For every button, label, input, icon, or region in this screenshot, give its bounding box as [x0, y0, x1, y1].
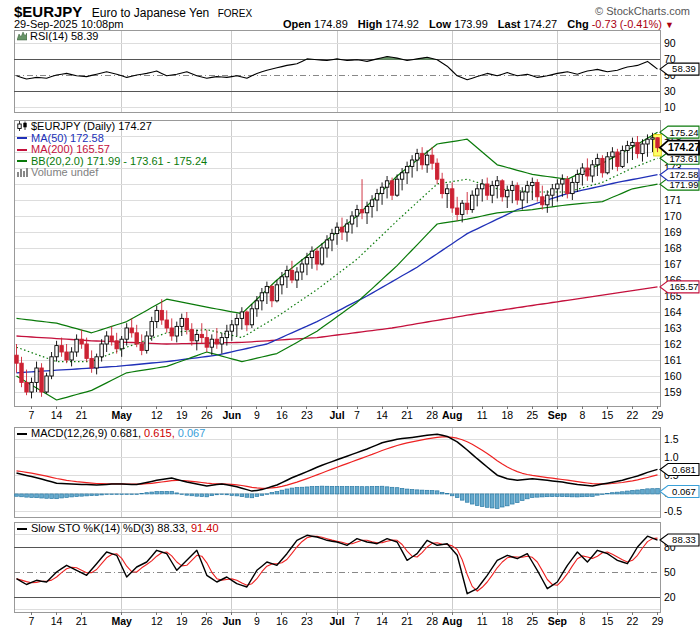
- date-tick-label: 28: [426, 615, 438, 627]
- value-callout-label: 88.33: [672, 534, 696, 545]
- candle-body: [260, 293, 263, 301]
- date-tick-label: 26: [201, 409, 213, 421]
- histogram-bar: [636, 490, 640, 494]
- histogram-bar: [606, 493, 610, 494]
- histogram-bar: [350, 487, 354, 494]
- candle-body: [40, 368, 43, 392]
- candle-body: [300, 264, 303, 272]
- down-triangle-icon: ▼: [665, 20, 674, 30]
- quote-bar: Open 174.89 High 174.92 Low 173.99 Last …: [276, 18, 674, 30]
- candle-body: [385, 181, 388, 187]
- histogram-bar: [355, 487, 359, 494]
- histogram-bar: [571, 494, 575, 497]
- candle-body: [350, 216, 353, 224]
- candle-body: [405, 166, 408, 172]
- histogram-bar: [265, 494, 269, 495]
- candle-body: [280, 277, 283, 285]
- histogram-bar: [395, 488, 399, 494]
- candle-body: [285, 270, 288, 276]
- histogram-bar: [651, 489, 655, 494]
- histogram-bar: [561, 494, 565, 497]
- candle-body: [120, 339, 123, 349]
- date-tick-label: 7: [354, 409, 360, 421]
- histogram-bar: [75, 494, 79, 497]
- macd-panel: 1.51.00.50.0-0.50.6810.067: [14, 427, 699, 517]
- histogram-bar: [310, 487, 314, 494]
- candle-body: [275, 285, 278, 301]
- y-axis-tick-label: 10: [664, 101, 676, 113]
- histogram-bar: [300, 487, 304, 494]
- histogram-bar: [455, 494, 459, 498]
- candle-body: [486, 184, 489, 195]
- price-legend: $EURJPY (Daily) 174.27 MA(50) 172.58 MA(…: [17, 121, 207, 179]
- candle-body: [616, 152, 619, 166]
- histogram-bar: [40, 494, 44, 498]
- candle-body: [476, 189, 479, 195]
- histogram-bar: [596, 494, 600, 495]
- candle-body: [360, 210, 363, 213]
- histogram-bar: [626, 491, 630, 494]
- candle-body: [195, 334, 198, 340]
- histogram-bar: [25, 494, 29, 497]
- candle-body: [425, 155, 428, 165]
- histogram-bar: [450, 494, 454, 496]
- histogram-bar: [525, 494, 529, 499]
- date-tick-label: 7: [29, 409, 35, 421]
- y-axis-tick-label: 161: [664, 354, 682, 366]
- histogram-bar: [410, 490, 414, 494]
- histogram-bar: [435, 491, 439, 494]
- value-callout-label: 175.24: [669, 127, 698, 138]
- candle-body: [395, 179, 398, 195]
- histogram-bar: [295, 488, 299, 494]
- date-tick-label: 28: [426, 409, 438, 421]
- candle-body: [601, 158, 604, 172]
- histogram-bar: [85, 494, 89, 496]
- stockcharts-chart-page: 907050301058.391591601611621631641651661…: [0, 0, 700, 639]
- histogram-bar: [165, 491, 169, 494]
- histogram-bar: [430, 491, 434, 494]
- open-label: Open: [283, 18, 311, 30]
- legend-part: 0.615,: [141, 427, 175, 439]
- date-tick-label: 22: [627, 615, 639, 627]
- histogram-bar: [330, 486, 334, 494]
- histogram-bar: [55, 494, 59, 499]
- histogram-bar: [641, 489, 645, 494]
- candle-body: [551, 189, 554, 195]
- date-tick-label: 11: [477, 409, 488, 421]
- candle-body: [626, 146, 629, 151]
- candle-body: [15, 355, 18, 363]
- date-tick-label: 29: [652, 615, 664, 627]
- candle-body: [135, 333, 138, 344]
- candle-body: [25, 382, 28, 392]
- candle-body: [110, 336, 113, 341]
- histogram-bar: [125, 494, 129, 495]
- histogram-bar: [515, 494, 519, 503]
- date-tick-label: 14: [376, 409, 388, 421]
- histogram-bar: [185, 494, 189, 495]
- histogram-bar: [30, 494, 34, 497]
- histogram-bar: [400, 488, 404, 494]
- histogram-bar: [235, 494, 239, 496]
- sto-legend-label: Slow STO %K(14) %D(3) 88.33, 91.40: [31, 523, 219, 535]
- candle-body: [80, 339, 83, 344]
- candle-body: [230, 325, 233, 331]
- histogram-bar: [520, 494, 524, 501]
- candle-body: [265, 286, 268, 292]
- histogram-bar: [170, 491, 174, 494]
- candle-body: [375, 194, 378, 200]
- histogram-bar: [60, 494, 64, 498]
- histogram-bar: [485, 494, 489, 507]
- candle-body: [70, 352, 73, 360]
- histogram-bar: [576, 494, 580, 497]
- candle-body: [125, 328, 128, 339]
- candle-body: [315, 251, 318, 264]
- stockcharts-brand: © StockCharts.com: [595, 5, 690, 17]
- legend-part: MACD(12,26,9) 0.681,: [31, 427, 141, 439]
- candle-body: [400, 173, 403, 179]
- candle-body: [450, 189, 453, 208]
- histogram-bar: [490, 494, 494, 508]
- histogram-bar: [115, 494, 119, 495]
- histogram-bar: [270, 493, 274, 494]
- date-tick-label: 23: [301, 409, 313, 421]
- histogram-bar: [305, 487, 309, 494]
